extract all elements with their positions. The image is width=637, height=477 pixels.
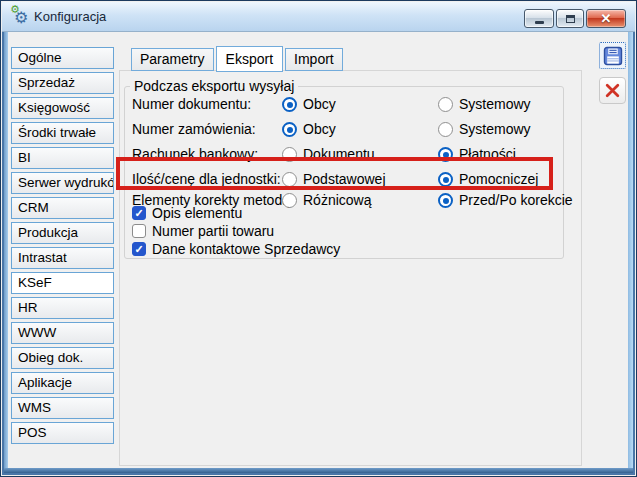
checkbox-row-opis-elementu: ✓Opis elementu [125, 205, 563, 221]
radio-option-label: Pomocniczej [459, 171, 538, 188]
groupbox-podczas-eksportu-wysylaj: Podczas eksportu wysyłaj Numer dokumentu… [124, 86, 564, 259]
radio-option-label: Obcy [303, 121, 336, 138]
radio-selected-icon [438, 172, 453, 187]
radio-option-platnosci[interactable]: Płatności [438, 146, 516, 163]
groupbox-title: Podczas eksportu wysyłaj [130, 78, 298, 94]
green-gear-icon: ⚙ [10, 4, 20, 15]
checkbox-row-numer-partii-towaru: Numer partii towaru [125, 223, 563, 239]
radio-row-rachunek-bankowy: Rachunek bankowy:DokumentuPłatności [125, 146, 563, 163]
checkbox-checked-icon[interactable]: ✓ [132, 242, 146, 256]
sidebar-item-intrastat[interactable]: Intrastat [11, 247, 114, 269]
tab-import[interactable]: Import [285, 48, 343, 71]
tab-parametry[interactable]: Parametry [131, 48, 214, 71]
window-title: Konfiguracja [34, 2, 106, 32]
radio-selected-icon [282, 122, 297, 137]
titlebar[interactable]: ⚙ ⚙ Konfiguracja ✕ [2, 2, 635, 32]
sidebar-item-ogolne[interactable]: Ogólne [11, 47, 114, 69]
sidebar-item-aplikacje[interactable]: Aplikacje [11, 372, 114, 394]
radio-selected-icon [438, 147, 453, 162]
minimize-button[interactable] [524, 9, 554, 28]
radio-option-label: Dokumentu [303, 146, 375, 163]
radio-unselected-icon [438, 97, 453, 112]
sidebar-item-hr[interactable]: HR [11, 297, 114, 319]
cancel-button[interactable] [599, 77, 626, 104]
checkbox-row-dane-kontaktowe-sprzedawcy: ✓Dane kontaktowe Sprzedawcy [125, 241, 563, 257]
maximize-icon [566, 15, 575, 23]
checkbox-unchecked-icon[interactable] [132, 224, 146, 238]
sidebar-item-serwer-wydrukow[interactable]: Serwer wydruków [11, 172, 114, 194]
sidebar-item-crm[interactable]: CRM [11, 197, 114, 219]
tab-eksport[interactable]: Eksport [216, 46, 283, 72]
radio-option-label: Systemowy [459, 96, 531, 113]
radio-selected-icon [282, 97, 297, 112]
sidebar-item-www[interactable]: WWW [11, 322, 114, 344]
floppy-disk-icon [603, 46, 623, 66]
radio-unselected-icon [282, 172, 297, 187]
radio-option-label: Podstawowej [303, 171, 386, 188]
row-label: Rachunek bankowy: [132, 146, 258, 163]
checkbox-label: Numer partii towaru [152, 223, 274, 239]
row-label: Numer zamówienia: [132, 121, 256, 138]
radio-row-numer-zamowienia: Numer zamówienia:ObcySystemowy [125, 121, 563, 138]
checkbox-label: Opis elementu [152, 205, 242, 221]
radio-option-dokumentu[interactable]: Dokumentu [282, 146, 375, 163]
radio-option-podstawowej[interactable]: Podstawowej [282, 171, 386, 188]
radio-option-systemowy[interactable]: Systemowy [438, 121, 531, 138]
sidebar-item-srodki-trwale[interactable]: Środki trwałe [11, 122, 114, 144]
red-x-icon [604, 82, 621, 99]
row-label: Ilość/cenę dla jednostki: [132, 171, 281, 188]
radio-option-label: Systemowy [459, 121, 531, 138]
radio-row-numer-dokumentu: Numer dokumentu:ObcySystemowy [125, 96, 563, 113]
radio-option-obcy[interactable]: Obcy [282, 96, 336, 113]
sidebar-item-bi[interactable]: BI [11, 147, 114, 169]
radio-row-ilosc-cene-dla-jednostki: Ilość/cenę dla jednostki:PodstawowejPomo… [125, 171, 563, 188]
sidebar-item-pos[interactable]: POS [11, 422, 114, 444]
checkbox-label: Dane kontaktowe Sprzedawcy [152, 241, 340, 257]
sidebar: OgólneSprzedażKsięgowośćŚrodki trwałeBIS… [11, 47, 114, 444]
window-frame-left [4, 31, 8, 473]
window-controls: ✕ [524, 9, 626, 28]
sidebar-item-produkcja[interactable]: Produkcja [11, 222, 114, 244]
sidebar-item-obieg-dok[interactable]: Obieg dok. [11, 347, 114, 369]
maximize-button[interactable] [556, 9, 584, 28]
row-label: Numer dokumentu: [132, 96, 251, 113]
konfiguracja-window: ⚙ ⚙ Konfiguracja ✕ OgólneSprzedażKsięgow… [0, 0, 637, 477]
radio-option-label: Płatności [459, 146, 516, 163]
minimize-icon [535, 21, 544, 24]
sidebar-item-wms[interactable]: WMS [11, 397, 114, 419]
radio-option-pomocniczej[interactable]: Pomocniczej [438, 171, 538, 188]
gears-icon: ⚙ ⚙ [10, 6, 32, 28]
radio-option-systemowy[interactable]: Systemowy [438, 96, 531, 113]
tab-strip: ParametryEksportImport [131, 46, 345, 71]
radio-option-label: Obcy [303, 96, 336, 113]
window-frame-bottom [4, 468, 633, 473]
radio-option-obcy[interactable]: Obcy [282, 121, 336, 138]
window-frame-right [628, 31, 633, 473]
close-icon: ✕ [601, 10, 612, 27]
radio-unselected-icon [438, 122, 453, 137]
sidebar-item-ksef[interactable]: KSeF [11, 272, 114, 294]
radio-unselected-icon [282, 147, 297, 162]
checkbox-checked-icon[interactable]: ✓ [132, 206, 146, 220]
sidebar-item-sprzedaz[interactable]: Sprzedaż [11, 72, 114, 94]
save-button[interactable] [599, 42, 626, 69]
sidebar-item-ksiegowosc[interactable]: Księgowość [11, 97, 114, 119]
close-button[interactable]: ✕ [586, 9, 626, 28]
